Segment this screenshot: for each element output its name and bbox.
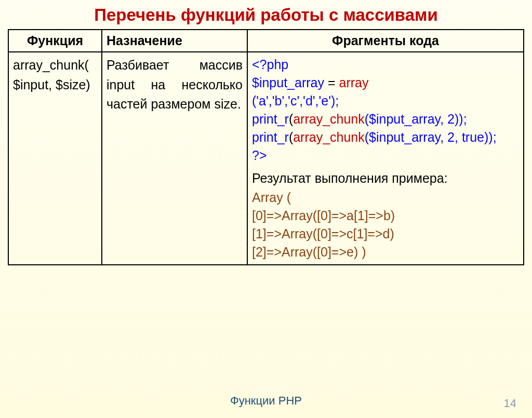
code-array-args: ('a','b','c','d','e'); [252, 93, 339, 108]
code-print2-open: ( [289, 130, 293, 144]
slide-title: Перечень функций работы с массивами [8, 5, 524, 25]
code-variable: $input_array [252, 75, 324, 90]
php-close-tag: ?> [252, 148, 267, 163]
result-label: Результат выполнения примера: [252, 169, 519, 188]
result-line3: [1]=>Array([0]=>c[1]=>d) [252, 226, 394, 241]
result-line4: [2]=>Array([0]=>e) ) [252, 245, 366, 259]
functions-table: Функция Назначение Фрагменты кода array_… [8, 29, 524, 265]
code-print1-call: array_chunk [293, 112, 365, 126]
code-print2-true: true [462, 130, 484, 144]
code-print2-close: )); [484, 130, 497, 144]
function-name-line1: array_chunk( [13, 58, 89, 72]
code-print1-open: ( [289, 112, 293, 126]
code-array-keyword: array [339, 75, 368, 90]
function-name-line2: $input, $size) [13, 77, 90, 92]
code-print2-args: ($input_array, 2, [365, 130, 462, 144]
table-header-row: Функция Назначение Фрагменты кода [8, 30, 524, 52]
header-purpose: Назначение [102, 30, 247, 52]
code-print2-call: array_chunk [293, 130, 365, 144]
cell-code: <?php $input_array = array ('a','b','c',… [247, 52, 524, 265]
cell-description: Разбивает массив input на несколько част… [102, 52, 247, 265]
cell-function: array_chunk( $input, $size) [8, 52, 102, 265]
code-block: <?php $input_array = array ('a','b','c',… [252, 56, 519, 165]
code-print2-func: print_r [252, 130, 289, 144]
php-open-tag: <?php [252, 57, 288, 72]
code-print1-args: ($input_array, 2)); [365, 112, 467, 126]
code-print1-func: print_r [252, 112, 289, 126]
result-output: Array ( [0]=>Array([0]=>a[1]=>b) [1]=>Ar… [252, 188, 519, 261]
result-line1: Array ( [252, 190, 291, 205]
table-row: array_chunk( $input, $size) Разбивает ма… [8, 52, 524, 265]
footer-text: Функции PHP [8, 394, 524, 408]
header-function: Функция [8, 30, 102, 52]
result-line2: [0]=>Array([0]=>a[1]=>b) [252, 208, 395, 223]
header-code: Фрагменты кода [247, 30, 524, 52]
code-equals: = [324, 75, 339, 90]
page-number: 14 [504, 397, 516, 410]
